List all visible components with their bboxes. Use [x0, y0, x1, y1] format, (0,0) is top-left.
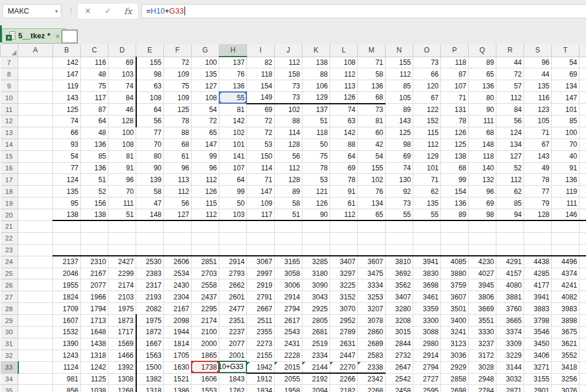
cell-T17[interactable]: 136 [552, 174, 580, 186]
cell-F34[interactable]: 1521 [164, 373, 192, 385]
cell-L26[interactable]: 3225 [330, 279, 358, 291]
cell-T35[interactable]: 3076 [552, 385, 580, 392]
cell-G15[interactable]: 99 [192, 150, 219, 162]
cell-K35[interactable]: 2094 [302, 385, 330, 392]
cell-G8[interactable]: 135 [192, 68, 219, 80]
cell-T26[interactable]: 4241 [552, 279, 580, 291]
col-header-Q[interactable]: Q [469, 44, 496, 57]
cell-E29[interactable]: 1975 [136, 315, 164, 327]
cell-J15[interactable]: 56 [275, 150, 302, 162]
cell-T30[interactable]: 3675 [552, 326, 580, 338]
cell-A9[interactable] [18, 80, 53, 92]
cell-N8[interactable]: 112 [386, 68, 413, 80]
cell-Q29[interactable]: 3551 [469, 315, 496, 327]
cell-K14[interactable]: 50 [302, 139, 330, 150]
cell-D34[interactable]: 1308 [108, 373, 136, 385]
cell-I29[interactable]: 2511 [247, 315, 275, 327]
cell-M25[interactable]: 3475 [358, 268, 386, 279]
cell-M16[interactable]: 155 [358, 162, 386, 174]
cell-D17[interactable]: 96 [108, 174, 136, 186]
cell-E19[interactable]: 47 [136, 197, 164, 209]
cell-G32[interactable]: 1865 [192, 350, 219, 361]
cell-H30[interactable]: 2237 [219, 326, 247, 338]
cell-K20[interactable]: 90 [302, 209, 330, 221]
cell-H20[interactable]: 103 [219, 209, 247, 221]
cell-K31[interactable]: 2519 [302, 338, 330, 350]
cell-F26[interactable]: 2430 [164, 279, 192, 291]
cell-F24[interactable]: 2606 [164, 256, 192, 268]
cell-G14[interactable]: 147 [192, 139, 219, 150]
row-header-31[interactable]: 31 [1, 338, 18, 350]
cell-A21[interactable] [18, 220, 53, 232]
cell-N15[interactable]: 69 [386, 150, 413, 162]
cell-Q30[interactable]: 3330 [469, 326, 496, 338]
cell-O8[interactable]: 66 [413, 68, 441, 80]
cell-B15[interactable]: 54 [53, 150, 81, 162]
cell-N22[interactable] [386, 232, 413, 244]
cell-Q22[interactable] [469, 232, 496, 244]
col-header-C[interactable]: C [81, 44, 108, 57]
cell-E22[interactable] [136, 232, 164, 244]
cell-A13[interactable] [18, 127, 53, 139]
cell-R13[interactable]: 124 [496, 127, 524, 139]
cell-D25[interactable]: 2299 [108, 268, 136, 279]
cell-M18[interactable]: 76 [358, 186, 386, 197]
cell-A18[interactable] [18, 186, 53, 197]
cell-C8[interactable]: 48 [81, 68, 108, 80]
cell-F35[interactable]: 1386 [164, 385, 192, 392]
cell-E24[interactable]: 2530 [136, 256, 164, 268]
cell-N32[interactable]: 2732 [386, 350, 413, 361]
cell-E28[interactable]: 2082 [136, 303, 164, 315]
cell-Q23[interactable] [469, 244, 496, 256]
cell-I31[interactable]: 2273 [247, 338, 275, 350]
cell-Q28[interactable]: 3669 [469, 303, 496, 315]
cell-C7[interactable]: 116 [81, 57, 108, 68]
row-header-19[interactable]: 19 [1, 197, 18, 209]
cell-L34[interactable]: 2266 [330, 373, 358, 385]
cell-T22[interactable] [552, 232, 580, 244]
cell-N23[interactable] [386, 244, 413, 256]
cell-P9[interactable]: 107 [441, 80, 469, 92]
cell-S11[interactable]: 123 [524, 104, 552, 116]
cell-E23[interactable] [136, 244, 164, 256]
cell-F14[interactable]: 68 [164, 139, 192, 150]
cell-P18[interactable]: 154 [441, 186, 469, 197]
cell-H22[interactable] [219, 232, 247, 244]
cell-O10[interactable]: 67 [413, 92, 441, 104]
cell-E11[interactable]: 64 [136, 104, 164, 116]
cell-J34[interactable]: 2055 [275, 373, 302, 385]
cell-F25[interactable]: 2534 [164, 268, 192, 279]
cell-G10[interactable]: 108 [192, 92, 219, 104]
cell-R17[interactable]: 112 [496, 174, 524, 186]
cell-N17[interactable]: 130 [386, 174, 413, 186]
cell-F17[interactable]: 113 [164, 174, 192, 186]
cell-O23[interactable] [413, 244, 441, 256]
cell-I27[interactable]: 2791 [247, 291, 275, 303]
row-header-34[interactable]: 34 [1, 373, 18, 385]
cell-K10[interactable]: 129 [302, 92, 330, 104]
cell-N14[interactable]: 98 [386, 139, 413, 150]
cell-G28[interactable]: 2295 [192, 303, 219, 315]
cell-F28[interactable]: 2167 [164, 303, 192, 315]
cell-D8[interactable]: 103 [108, 68, 136, 80]
cell-M23[interactable] [358, 244, 386, 256]
cell-P17[interactable]: 99 [441, 174, 469, 186]
cell-E12[interactable]: 56 [136, 115, 164, 127]
cell-H19[interactable]: 50 [219, 197, 247, 209]
cell-I35[interactable]: 1834 [247, 385, 275, 392]
cell-D28[interactable]: 1975 [108, 303, 136, 315]
cell-L24[interactable]: 3407 [330, 256, 358, 268]
row-header-29[interactable]: 29 [1, 315, 18, 327]
cell-H9[interactable]: 136 [219, 80, 247, 92]
cell-E17[interactable]: 139 [136, 174, 164, 186]
cell-A33[interactable] [18, 361, 53, 373]
cell-M14[interactable]: 42 [358, 139, 386, 150]
row-header-28[interactable]: 28 [1, 303, 18, 315]
cell-B11[interactable]: 125 [53, 104, 81, 116]
cell-A31[interactable] [18, 338, 53, 350]
cell-M15[interactable]: 54 [358, 150, 386, 162]
cell-M33[interactable]: 2338 [358, 361, 386, 373]
cell-E13[interactable]: 77 [136, 127, 164, 139]
cell-O28[interactable]: 3359 [413, 303, 441, 315]
cell-F16[interactable]: 96 [164, 162, 192, 174]
